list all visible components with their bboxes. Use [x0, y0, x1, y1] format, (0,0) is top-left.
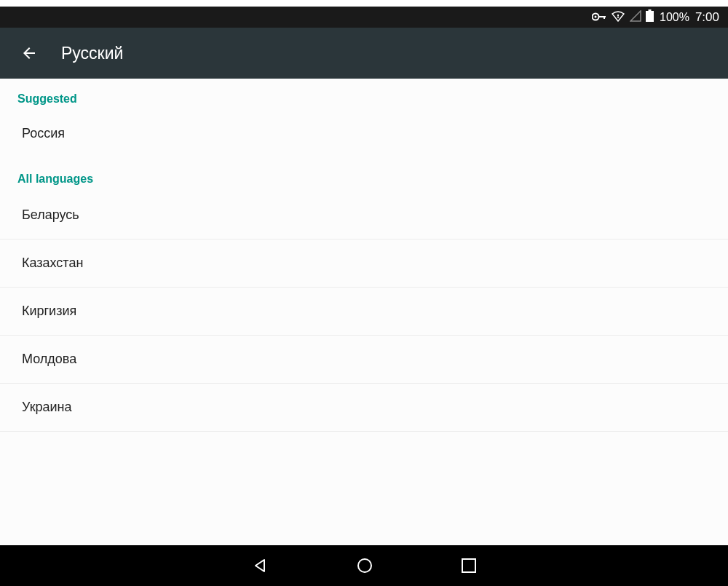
nav-back-button[interactable] — [251, 557, 269, 574]
svg-rect-9 — [462, 559, 475, 572]
svg-point-4 — [617, 14, 619, 15]
section-header-all-languages: All languages — [0, 159, 728, 191]
svg-point-1 — [594, 15, 596, 17]
signal-icon — [630, 10, 641, 25]
list-item[interactable]: Киргизия — [0, 288, 728, 336]
list-item[interactable]: Казахстан — [0, 239, 728, 288]
section-header-suggested: Suggested — [0, 79, 728, 111]
battery-icon — [646, 9, 654, 25]
list-item[interactable]: Украина — [0, 384, 728, 432]
svg-rect-7 — [646, 11, 654, 22]
top-strip — [0, 0, 728, 7]
svg-point-8 — [358, 559, 371, 572]
status-icons — [592, 9, 654, 25]
app-bar: Русский — [0, 28, 728, 79]
wifi-icon — [611, 10, 625, 25]
list-item[interactable]: Молдова — [0, 336, 728, 384]
content-area: Suggested Россия All languages Беларусь … — [0, 79, 728, 545]
nav-recent-button[interactable] — [461, 558, 477, 574]
battery-percentage: 100% — [660, 11, 689, 24]
app-title: Русский — [61, 44, 123, 63]
navigation-bar — [0, 545, 728, 586]
status-bar: 100% 7:00 — [0, 7, 728, 28]
list-item[interactable]: Беларусь — [0, 191, 728, 239]
vpn-key-icon — [592, 11, 606, 24]
svg-rect-3 — [604, 16, 605, 19]
svg-rect-6 — [648, 9, 651, 11]
nav-home-button[interactable] — [356, 557, 373, 574]
status-clock: 7:00 — [695, 10, 719, 25]
list-item[interactable]: Россия — [0, 111, 728, 159]
back-button[interactable] — [20, 44, 38, 62]
